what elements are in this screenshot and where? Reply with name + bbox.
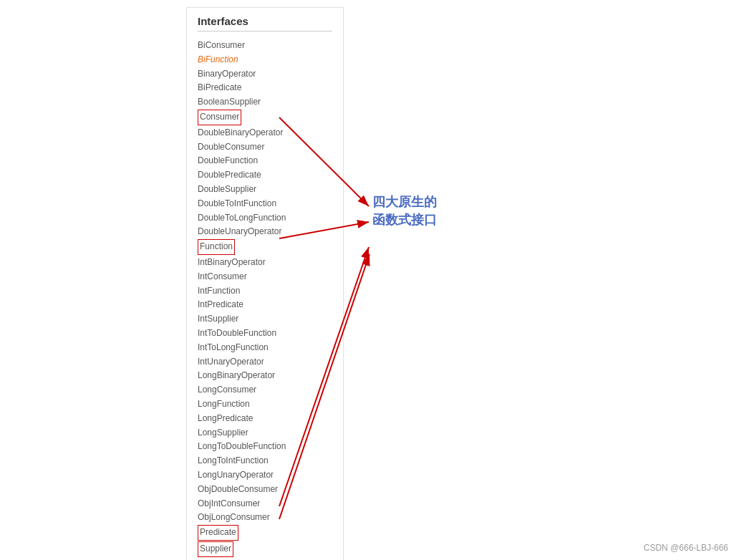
interface-item: BiFunction: [198, 53, 332, 67]
interface-item: LongConsumer: [198, 383, 332, 397]
interface-item: IntBinaryOperator: [198, 256, 332, 270]
watermark: CSDN @666-LBJ-666: [644, 543, 728, 553]
interface-item: DoublePredicate: [198, 168, 332, 183]
interface-item: LongFunction: [198, 397, 332, 412]
interface-item: ObjLongConsumer: [198, 511, 332, 525]
interface-item: IntFunction: [198, 284, 332, 299]
annotation-label: 四大原生的 函数式接口: [372, 193, 437, 229]
interface-item: LongUnaryOperator: [198, 468, 332, 483]
main-container: Interfaces BiConsumerBiFunctionBinaryOpe…: [0, 0, 739, 560]
interface-item: LongToDoubleFunction: [198, 440, 332, 454]
interface-item: DoubleConsumer: [198, 140, 332, 155]
interface-item: ObjDoubleConsumer: [198, 483, 332, 497]
interface-item: LongSupplier: [198, 426, 332, 440]
interface-item: DoubleToIntFunction: [198, 197, 332, 211]
interface-item: Function: [198, 239, 235, 255]
interface-item: ObjIntConsumer: [198, 497, 332, 511]
interfaces-title: Interfaces: [198, 15, 332, 32]
interface-item: BinaryOperator: [198, 67, 332, 82]
interface-item: IntPredicate: [198, 298, 332, 312]
interface-item: IntSupplier: [198, 312, 332, 327]
interface-item: IntUnaryOperator: [198, 355, 332, 370]
interface-item: Consumer: [198, 110, 241, 125]
interface-item: IntToDoubleFunction: [198, 327, 332, 341]
annotation-line2: 函数式接口: [372, 211, 437, 229]
interface-item: LongBinaryOperator: [198, 369, 332, 383]
interface-item: DoubleSupplier: [198, 183, 332, 197]
interface-item: DoubleUnaryOperator: [198, 225, 332, 239]
interface-item: BiConsumer: [198, 39, 332, 53]
interface-item: LongToIntFunction: [198, 454, 332, 468]
interface-item: DoubleBinaryOperator: [198, 126, 332, 140]
interface-item: Predicate: [198, 525, 238, 541]
items-container: BiConsumerBiFunctionBinaryOperatorBiPred…: [198, 39, 332, 560]
interface-item: DoubleToLongFunction: [198, 211, 332, 226]
arrows-overlay: [0, 0, 739, 560]
interface-item: BiPredicate: [198, 81, 332, 95]
interface-item: IntConsumer: [198, 270, 332, 284]
interface-item: Supplier: [198, 541, 233, 557]
interface-item: DoubleFunction: [198, 154, 332, 168]
interfaces-panel: Interfaces BiConsumerBiFunctionBinaryOpe…: [186, 7, 344, 560]
interface-item: IntToLongFunction: [198, 341, 332, 355]
interface-item: LongPredicate: [198, 412, 332, 426]
interface-item: BooleanSupplier: [198, 95, 332, 110]
annotation-line1: 四大原生的: [372, 193, 437, 211]
